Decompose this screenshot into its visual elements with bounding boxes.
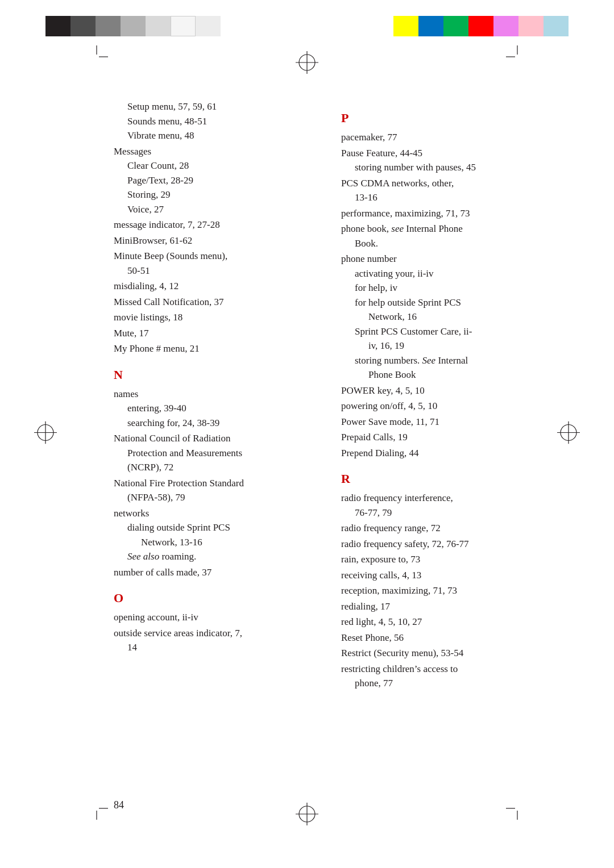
- list-item: for help, iv: [341, 281, 557, 295]
- list-item: performance, maximizing, 71, 73: [341, 206, 557, 221]
- list-item: redialing, 17: [341, 599, 557, 614]
- list-item: Sprint PCS Customer Care, ii-: [341, 324, 557, 339]
- list-item: Clear Count, 28: [114, 158, 307, 173]
- list-item: movie listings, 18: [114, 310, 307, 325]
- list-item: (NFPA-58), 79: [114, 490, 307, 505]
- list-item: radio frequency range, 72: [341, 521, 557, 536]
- list-item: searching for, 24, 38-39: [114, 416, 307, 431]
- section-heading-p: P: [341, 111, 557, 126]
- list-item: National Council of Radiation: [114, 431, 307, 446]
- section-heading-n: N: [114, 368, 307, 382]
- bar-pink: [518, 16, 544, 36]
- bar-green: [443, 16, 468, 36]
- bar-light-blue: [544, 16, 569, 36]
- list-item: names: [114, 387, 307, 402]
- list-item: 13-16: [341, 190, 557, 205]
- list-item: outside service areas indicator, 7,: [114, 626, 307, 641]
- bar-yellow: [393, 16, 418, 36]
- list-item: My Phone # menu, 21: [114, 341, 307, 356]
- list-item: Storing, 29: [114, 187, 307, 202]
- list-item: receiving calls, 4, 13: [341, 568, 557, 583]
- section-o: O opening account, ii-iv outside service…: [114, 591, 307, 655]
- list-item: Prepend Dialing, 44: [341, 446, 557, 461]
- list-item: 14: [114, 640, 307, 655]
- list-item: phone book, see Internal Phone: [341, 222, 557, 236]
- right-column: P pacemaker, 77 Pause Feature, 44-45 sto…: [341, 99, 557, 777]
- list-item: Book.: [341, 236, 557, 251]
- reg-mark-br: [506, 797, 529, 823]
- list-item: Setup menu, 57, 59, 61: [114, 99, 307, 114]
- list-item: Network, 16: [341, 310, 557, 324]
- section-heading-o: O: [114, 591, 307, 606]
- list-item: Phone Book: [341, 368, 557, 382]
- bar-black: [45, 16, 70, 36]
- list-item: radio frequency safety, 72, 76-77: [341, 537, 557, 552]
- list-item: Voice, 27: [114, 202, 307, 217]
- bar-violet: [493, 16, 518, 36]
- list-item: MiniBrowser, 61-62: [114, 233, 307, 248]
- list-item: phone, 77: [341, 676, 557, 691]
- color-bars-right: [393, 16, 569, 36]
- bar-dark-gray: [70, 16, 96, 36]
- crosshair-right: [557, 422, 580, 447]
- list-item: 76-77, 79: [341, 506, 557, 520]
- section-n: N names entering, 39-40 searching for, 2…: [114, 368, 307, 580]
- list-item: powering on/off, 4, 5, 10: [341, 399, 557, 414]
- crosshair-bottom: [296, 803, 318, 828]
- list-item: Messages: [114, 144, 307, 159]
- section-r: R radio frequency interference, 76-77, 7…: [341, 471, 557, 691]
- reg-mark-tr: [506, 45, 529, 71]
- list-item: rain, exposure to, 73: [341, 552, 557, 567]
- list-item: Protection and Measurements: [114, 446, 307, 461]
- list-item: radio frequency interference,: [341, 491, 557, 506]
- page-number: 84: [114, 799, 124, 811]
- reg-mark-tl: [85, 45, 108, 71]
- list-item-nfps: National Fire Protection Standard: [114, 476, 307, 491]
- list-item: Reset Phone, 56: [341, 631, 557, 645]
- list-item: entering, 39-40: [114, 401, 307, 416]
- list-item: Power Save mode, 11, 71: [341, 415, 557, 429]
- list-item: Restrict (Security menu), 53-54: [341, 646, 557, 661]
- list-item: See also roaming.: [114, 549, 307, 564]
- continued-entries: Setup menu, 57, 59, 61 Sounds menu, 48-5…: [114, 99, 307, 356]
- bar-blue: [418, 16, 443, 36]
- color-bars: [0, 16, 614, 36]
- main-content: Setup menu, 57, 59, 61 Sounds menu, 48-5…: [114, 99, 557, 777]
- section-p: P pacemaker, 77 Pause Feature, 44-45 sto…: [341, 111, 557, 460]
- crosshair-top: [296, 51, 318, 77]
- list-item: for help outside Sprint PCS: [341, 295, 557, 310]
- list-item: Vibrate menu, 48: [114, 128, 307, 143]
- bar-gray: [96, 16, 121, 36]
- bar-near-white: [196, 16, 221, 36]
- list-item: Prepaid Calls, 19: [341, 430, 557, 445]
- list-item: Sounds menu, 48-51: [114, 114, 307, 129]
- list-item: networks: [114, 506, 307, 521]
- bar-red: [468, 16, 493, 36]
- left-column: Setup menu, 57, 59, 61 Sounds menu, 48-5…: [114, 99, 307, 777]
- list-item: restricting children’s access to: [341, 662, 557, 677]
- list-item: Missed Call Notification, 37: [114, 295, 307, 310]
- list-item: dialing outside Sprint PCS: [114, 520, 307, 535]
- list-item: Minute Beep (Sounds menu),: [114, 249, 307, 264]
- reg-mark-bl: [85, 797, 108, 823]
- list-item: misdialing, 4, 12: [114, 279, 307, 294]
- bar-white: [171, 16, 196, 36]
- list-item: pacemaker, 77: [341, 130, 557, 145]
- color-bars-left: [45, 16, 221, 36]
- list-item: phone number: [341, 252, 557, 266]
- list-item: Pause Feature, 44-45: [341, 146, 557, 161]
- list-item: storing numbers. See Internal: [341, 353, 557, 368]
- list-item: number of calls made, 37: [114, 565, 307, 580]
- list-item: Network, 13-16: [114, 535, 307, 550]
- bar-light-gray: [121, 16, 146, 36]
- list-item: storing number with pauses, 45: [341, 160, 557, 175]
- list-item: activating your, ii-iv: [341, 266, 557, 281]
- list-item: iv, 16, 19: [341, 339, 557, 353]
- list-item: opening account, ii-iv: [114, 610, 307, 625]
- bar-lighter-gray: [146, 16, 171, 36]
- list-item: Mute, 17: [114, 326, 307, 341]
- list-item: 50-51: [114, 264, 307, 278]
- section-heading-r: R: [341, 471, 557, 486]
- list-item: POWER key, 4, 5, 10: [341, 383, 557, 398]
- list-item: red light, 4, 5, 10, 27: [341, 615, 557, 629]
